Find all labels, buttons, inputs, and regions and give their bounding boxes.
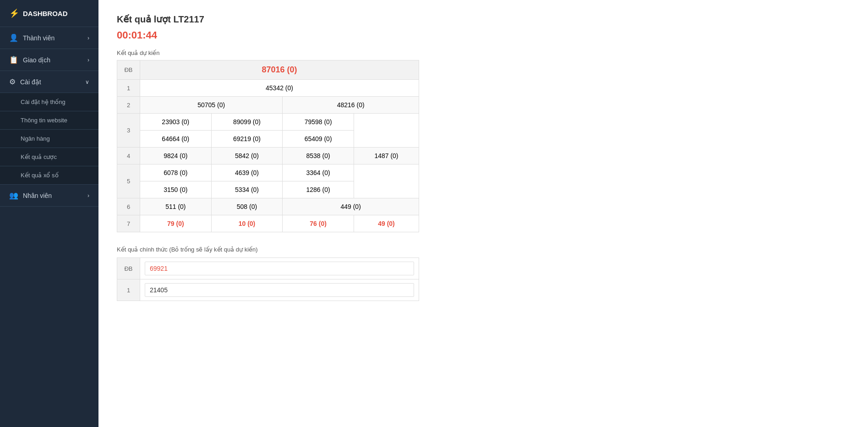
row-label-3: 3 bbox=[117, 114, 140, 148]
predicted-label: Kết quả dự kiến bbox=[117, 49, 850, 56]
official-label: Kết quả chính thức (Bỏ trống sẽ lấy kết … bbox=[117, 246, 850, 253]
prize-4-value-1: 9824 (0) bbox=[140, 148, 212, 164]
sidebar-logo: ⚡ DASHBROAD bbox=[0, 0, 98, 27]
prize-5-value-3: 3364 (0) bbox=[283, 164, 354, 181]
official-label-db: ĐB bbox=[117, 258, 140, 279]
sidebar-item-label: Nhân viên bbox=[23, 192, 52, 199]
row-label-7: 7 bbox=[117, 215, 140, 232]
sidebar-item-cai-dat-he-thong[interactable]: Cài đặt hệ thống bbox=[0, 93, 98, 111]
prize-6-value-3: 449 (0) bbox=[283, 198, 419, 215]
lightning-icon: ⚡ bbox=[9, 8, 19, 18]
prize-3-value-5: 69219 (0) bbox=[211, 131, 283, 148]
sidebar-item-giao-dich[interactable]: 📋 Giao dịch › bbox=[0, 49, 98, 71]
db-value: 87016 (0) bbox=[262, 65, 297, 74]
sidebar-item-label: Cài đặt bbox=[20, 78, 41, 86]
prize-7-value-1: 79 (0) bbox=[140, 215, 212, 232]
predicted-results-table: ĐB 87016 (0) 1 45342 (0) 2 50705 (0) 482… bbox=[117, 60, 419, 232]
official-row-db: ĐB bbox=[117, 258, 419, 279]
table-row-3b: 64664 (0) 69219 (0) 65409 (0) bbox=[117, 131, 419, 148]
chevron-down-icon: ∨ bbox=[85, 79, 89, 85]
prize-4-value-2: 5842 (0) bbox=[211, 148, 283, 164]
timer-display: 00:01:44 bbox=[117, 29, 850, 41]
prize-5-value-2: 4639 (0) bbox=[211, 164, 283, 181]
table-row-2: 2 50705 (0) 48216 (0) bbox=[117, 97, 419, 114]
submenu-item-label: Thông tin website bbox=[21, 117, 67, 124]
table-row-5: 5 6078 (0) 4639 (0) 3364 (0) bbox=[117, 164, 419, 181]
table-row-1: 1 45342 (0) bbox=[117, 80, 419, 97]
submenu-item-label: Ngân hàng bbox=[21, 135, 50, 142]
main-content: Kết quả lượt LT2117 00:01:44 Kết quả dự … bbox=[98, 0, 868, 427]
prize-7-value-4: 49 (0) bbox=[354, 215, 419, 232]
prize-3-value-4: 64664 (0) bbox=[140, 131, 212, 148]
sidebar-logo-text: DASHBROAD bbox=[23, 10, 68, 17]
sidebar-item-ngan-hang[interactable]: Ngân hàng bbox=[0, 130, 98, 148]
table-row-db: ĐB 87016 (0) bbox=[117, 60, 419, 80]
table-row-7: 7 79 (0) 10 (0) 76 (0) 49 (0) bbox=[117, 215, 419, 232]
table-row-6: 6 511 (0) 508 (0) 449 (0) bbox=[117, 198, 419, 215]
submenu-item-label: Kết quả cược bbox=[21, 153, 57, 160]
prize-3-value-6: 65409 (0) bbox=[283, 131, 354, 148]
official-input-cell-1 bbox=[140, 279, 419, 301]
official-results-table: ĐB 1 bbox=[117, 257, 419, 301]
gear-icon: ⚙ bbox=[9, 77, 16, 86]
sidebar-item-label: Giao dịch bbox=[23, 56, 50, 64]
chevron-icon: › bbox=[87, 192, 89, 199]
official-input-1[interactable] bbox=[145, 283, 414, 297]
official-input-cell-db bbox=[140, 258, 419, 279]
chevron-icon: › bbox=[87, 57, 89, 63]
prize-5-value-5: 5334 (0) bbox=[211, 181, 283, 198]
prize-5-value-6: 1286 (0) bbox=[283, 181, 354, 198]
chevron-icon: › bbox=[87, 35, 89, 41]
user-icon: 👤 bbox=[9, 33, 18, 42]
prize-4-value-4: 1487 (0) bbox=[354, 148, 419, 164]
row-label-1: 1 bbox=[117, 80, 140, 97]
official-input-db[interactable] bbox=[145, 262, 414, 275]
row-label-6: 6 bbox=[117, 198, 140, 215]
row-label-4: 4 bbox=[117, 148, 140, 164]
prize-6-value-2: 508 (0) bbox=[211, 198, 283, 215]
prize-5-value-4: 3150 (0) bbox=[140, 181, 212, 198]
staff-icon: 👥 bbox=[9, 191, 18, 200]
row-label-5: 5 bbox=[117, 164, 140, 198]
prize-5-value-1: 6078 (0) bbox=[140, 164, 212, 181]
submenu-item-label: Cài đặt hệ thống bbox=[21, 99, 66, 105]
sidebar: ⚡ DASHBROAD 👤 Thành viên › 📋 Giao dịch ›… bbox=[0, 0, 98, 427]
row-label-db: ĐB bbox=[117, 60, 140, 80]
sidebar-item-ket-qua-xo-so[interactable]: Kết quả xổ số bbox=[0, 166, 98, 185]
row-label-2: 2 bbox=[117, 97, 140, 114]
sidebar-submenu-cai-dat: Cài đặt hệ thống Thông tin website Ngân … bbox=[0, 93, 98, 185]
table-row-4: 4 9824 (0) 5842 (0) 8538 (0) 1487 (0) bbox=[117, 148, 419, 164]
page-title: Kết quả lượt LT2117 bbox=[117, 14, 850, 25]
sidebar-item-label: Thành viên bbox=[23, 34, 55, 42]
sidebar-item-thanh-vien[interactable]: 👤 Thành viên › bbox=[0, 27, 98, 49]
official-label-1: 1 bbox=[117, 279, 140, 301]
prize-7-value-2: 10 (0) bbox=[211, 215, 283, 232]
table-row-5b: 3150 (0) 5334 (0) 1286 (0) bbox=[117, 181, 419, 198]
prize-4-value-3: 8538 (0) bbox=[283, 148, 354, 164]
prize-3-value-2: 89099 (0) bbox=[211, 114, 283, 131]
sidebar-item-thong-tin-website[interactable]: Thông tin website bbox=[0, 111, 98, 130]
official-row-1: 1 bbox=[117, 279, 419, 301]
db-value-cell: 87016 (0) bbox=[140, 60, 419, 80]
prize-1-value: 45342 (0) bbox=[140, 80, 419, 97]
sidebar-item-cai-dat[interactable]: ⚙ Cài đặt ∨ bbox=[0, 71, 98, 93]
prize-3-value-3: 79598 (0) bbox=[283, 114, 354, 131]
table-row-3: 3 23903 (0) 89099 (0) 79598 (0) bbox=[117, 114, 419, 131]
submenu-item-label: Kết quả xổ số bbox=[21, 172, 59, 179]
transaction-icon: 📋 bbox=[9, 55, 18, 64]
sidebar-item-ket-qua-cuoc[interactable]: Kết quả cược bbox=[0, 148, 98, 166]
prize-3-value-1: 23903 (0) bbox=[140, 114, 212, 131]
sidebar-item-nhan-vien[interactable]: 👥 Nhân viên › bbox=[0, 185, 98, 207]
prize-2-value-1: 50705 (0) bbox=[140, 97, 283, 114]
prize-7-value-3: 76 (0) bbox=[283, 215, 354, 232]
prize-6-value-1: 511 (0) bbox=[140, 198, 212, 215]
prize-2-value-2: 48216 (0) bbox=[283, 97, 419, 114]
